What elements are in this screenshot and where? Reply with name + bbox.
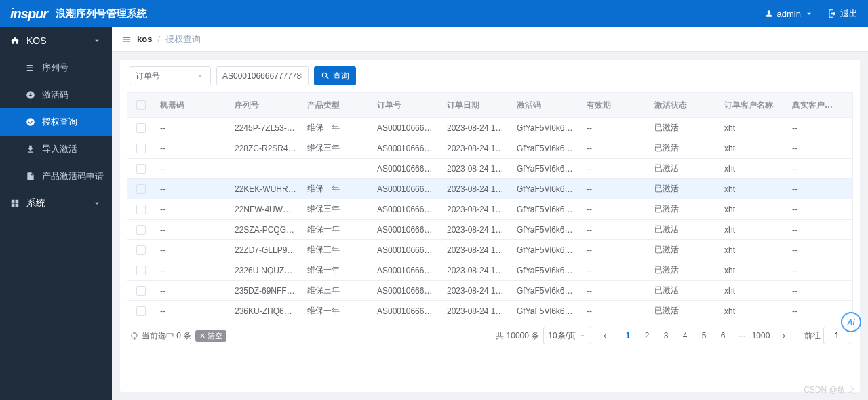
row-checkbox[interactable] (136, 123, 146, 133)
cell-order: AS000106666777... (372, 164, 441, 174)
cell-real-customer: -- (787, 144, 841, 153)
clear-selection-button[interactable]: ✕ 清空 (195, 330, 226, 342)
table-row[interactable]: --236KU-ZHQ6B-K...维保一年AS000106666777...2… (127, 300, 852, 321)
cell-customer: xht (719, 184, 787, 194)
row-checkbox[interactable] (136, 306, 146, 316)
table-row[interactable]: --22SZA-PCQGJ-C...维保一年AS000106666777...2… (127, 219, 852, 239)
cell-expiry: -- (581, 164, 649, 174)
sidebar-item[interactable]: 授权查询 (0, 108, 112, 136)
refresh-icon[interactable] (130, 331, 139, 340)
user-menu[interactable]: admin (764, 9, 814, 19)
cell-real-customer: -- (787, 286, 841, 296)
table-row[interactable]: --22ZD7-GLLP9-GF...维保三年AS000106666777...… (127, 239, 852, 260)
page-number[interactable]: 5 (694, 327, 713, 344)
col-customer: 订单客户名称 (719, 100, 787, 111)
chevron-down-icon (578, 332, 587, 340)
page-number[interactable]: 4 (675, 327, 694, 344)
sidebar-group-kos[interactable]: KOS (0, 27, 112, 54)
cell-machine: -- (155, 245, 229, 255)
cell-serial: 2326U-NQUZU-... (229, 266, 302, 275)
cell-activation: GfYaF5Vl6k6OOti... (511, 144, 581, 153)
breadcrumb-sep: / (157, 34, 160, 44)
cell-order: AS000106666777... (372, 266, 441, 275)
col-activation: 激活码 (511, 100, 581, 111)
col-product-type: 产品类型 (302, 100, 372, 111)
brand-logo: inspur (10, 6, 47, 22)
page-number[interactable]: 6 (713, 327, 732, 344)
menu-item-icon (26, 172, 35, 181)
sidebar: KOS 序列号激活码授权查询导入激活产品激活码申请 系统 (0, 27, 112, 400)
table-row[interactable]: --22KEK-WUHR2-5...维保一年AS000106666777...2… (127, 178, 852, 199)
table-header: 机器码 序列号 产品类型 订单号 订单日期 激活码 有效期 激活状态 订单客户名… (127, 93, 852, 117)
row-checkbox[interactable] (136, 164, 146, 174)
sidebar-item[interactable]: 激活码 (0, 81, 112, 108)
row-checkbox[interactable] (136, 245, 146, 255)
breadcrumb-current: 授权查询 (165, 33, 201, 45)
ai-badge[interactable]: Ai (841, 312, 861, 332)
cell-product-type: 维保一年 (302, 224, 372, 235)
next-page-button[interactable]: › (774, 327, 793, 344)
col-date: 订单日期 (441, 100, 511, 111)
cell-status: 已激活 (649, 285, 719, 296)
filter-type-value: 订单号 (136, 71, 160, 82)
row-checkbox[interactable] (136, 266, 146, 275)
jump-label: 前往 (804, 330, 821, 342)
cell-customer: xht (719, 225, 787, 235)
sidebar-item[interactable]: 导入激活 (0, 136, 112, 163)
table-row[interactable]: --22KEK-WUHR2-574SX-C7L5M-AMTUP-5YA5T-XB… (127, 158, 852, 178)
table-row[interactable]: --228ZC-R2SR4-N...维保三年AS000106666777...2… (127, 138, 852, 158)
cell-real-customer: -- (787, 184, 841, 194)
row-checkbox[interactable] (136, 144, 146, 153)
logout-button[interactable]: 退出 (827, 7, 858, 20)
cell-serial: 236KU-ZHQ6B-K... (229, 306, 302, 316)
sidebar-item[interactable]: 序列号 (0, 54, 112, 81)
cell-real-customer: -- (787, 266, 841, 275)
page-number[interactable]: 1 (618, 327, 637, 344)
cell-expiry: -- (581, 225, 649, 235)
sidebar-item-label: 授权查询 (42, 116, 77, 128)
select-all-checkbox[interactable] (136, 100, 146, 110)
table-row[interactable]: --2326U-NQUZU-...维保一年AS000106666777...20… (127, 260, 852, 280)
cell-order: AS000106666777... (372, 225, 441, 235)
cell-expiry: -- (581, 286, 649, 296)
cell-customer: xht (719, 306, 787, 316)
table-footer: 当前选中 0 条 ✕ 清空 共 10000 条 10条/页 ‹ 123456··… (127, 321, 853, 344)
cell-status: 已激活 (649, 183, 719, 195)
sidebar-item[interactable]: 产品激活码申请 (0, 163, 112, 190)
row-checkbox[interactable] (136, 205, 146, 214)
search-input[interactable] (216, 66, 309, 85)
table-row[interactable]: --235DZ-69NFF-DB...维保三年AS000106666777...… (127, 280, 852, 300)
search-button[interactable]: 查询 (314, 66, 356, 85)
page-size-select[interactable]: 10条/页 (543, 327, 591, 344)
table-row[interactable]: --22NFW-4UWQL-T...维保三年AS000106666777...2… (127, 199, 852, 219)
breadcrumb-root[interactable]: kos (137, 34, 152, 44)
cell-status: 已激活 (649, 264, 719, 276)
page-ellipsis[interactable]: ··· (732, 327, 751, 344)
row-checkbox[interactable] (136, 225, 146, 235)
row-checkbox[interactable] (136, 184, 146, 194)
page-number[interactable]: 1000 (751, 327, 770, 344)
col-expiry: 有效期 (581, 100, 649, 111)
toolbar: 订单号 查询 (127, 66, 853, 85)
page-number[interactable]: 3 (656, 327, 675, 344)
menu-item-icon (26, 63, 35, 73)
prev-page-button[interactable]: ‹ (595, 327, 614, 344)
watermark: CSDN @敏 之 (804, 384, 856, 396)
page-number[interactable]: 2 (637, 327, 656, 344)
filter-type-select[interactable]: 订单号 (130, 66, 211, 85)
menu-icon[interactable] (122, 35, 132, 44)
col-machine: 机器码 (155, 100, 229, 111)
cell-product-type: 维保一年 (302, 264, 372, 276)
cell-customer: xht (719, 164, 787, 174)
cell-product-type: 维保一年 (302, 183, 372, 195)
cell-expiry: -- (581, 123, 649, 133)
cell-activation: GfYaF5Vl6k6OOti... (511, 225, 581, 235)
row-checkbox[interactable] (136, 286, 146, 296)
sidebar-group-system[interactable]: 系统 (0, 190, 112, 217)
col-real-customer: 真实客户名称 (787, 100, 841, 111)
table-row[interactable]: --2245P-7ZL53-G5...维保一年AS000106666777...… (127, 117, 852, 138)
breadcrumb: kos / 授权查询 (112, 27, 868, 52)
menu-item-icon (26, 90, 35, 100)
cell-date: 2023-08-24 16:14:... (441, 205, 511, 214)
cell-status: 已激活 (649, 163, 719, 174)
